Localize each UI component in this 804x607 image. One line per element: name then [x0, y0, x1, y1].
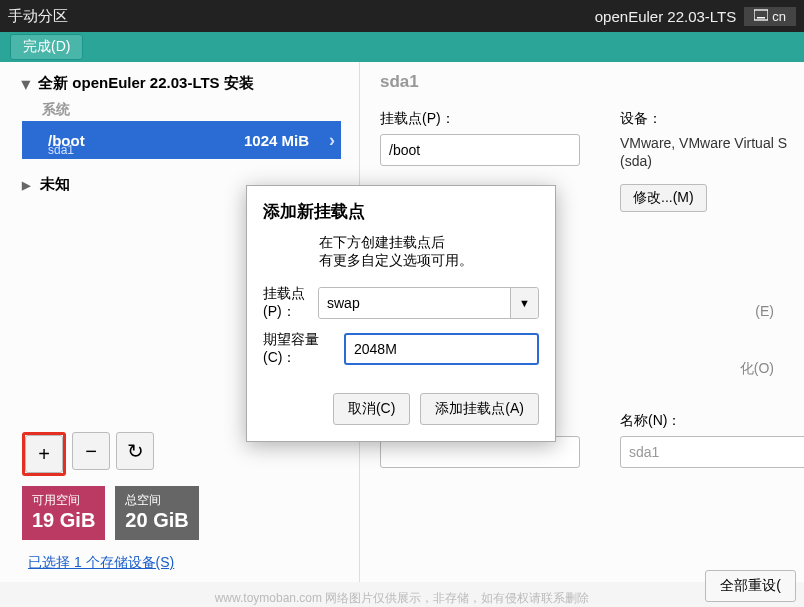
chevron-right-icon: ›	[329, 130, 335, 151]
device-label: 设备：	[620, 110, 788, 128]
action-bar: 完成(D)	[0, 32, 804, 62]
capacity-hint: (E)	[755, 303, 774, 319]
chevron-down-icon: ▶	[20, 81, 33, 89]
titlebar: 手动分区 openEuler 22.03-LTS cn	[0, 0, 804, 32]
detail-title: sda1	[380, 72, 788, 92]
mountpoint-label: 挂载点(P)：	[380, 110, 580, 128]
keyboard-indicator[interactable]: cn	[744, 7, 796, 26]
partition-size: 1024 MiB	[244, 132, 309, 149]
add-mountpoint-dialog: 添加新挂载点 在下方创建挂载点后有更多自定义选项可用。 挂载点(P)： ▼ 期望…	[246, 185, 556, 442]
remove-partition-button[interactable]: −	[72, 432, 110, 470]
format-hint: 化(O)	[740, 360, 774, 378]
os-name: openEuler 22.03-LTS	[595, 8, 736, 25]
dialog-capacity-label: 期望容量(C)：	[263, 331, 336, 367]
device-value: VMware, VMware Virtual S (sda)	[620, 134, 788, 170]
reload-icon: ↻	[127, 439, 144, 463]
name-input	[620, 436, 804, 468]
dialog-mount-combo[interactable]: ▼	[318, 287, 539, 319]
tree-install-heading[interactable]: ▶ 全新 openEuler 22.03-LTS 安装	[22, 70, 341, 97]
footer-watermark: www.toymoban.com 网络图片仅供展示，非存储，如有侵权请联系删除	[215, 590, 590, 607]
partition-device: sda1	[48, 143, 74, 157]
space-summary: 可用空间 19 GiB 总空间 20 GiB	[22, 486, 341, 540]
modify-device-button[interactable]: 修改...(M)	[620, 184, 707, 212]
chevron-down-icon: ▼	[519, 297, 530, 309]
name-label: 名称(N)：	[620, 412, 804, 430]
add-partition-button[interactable]: +	[25, 435, 63, 473]
dropdown-toggle[interactable]: ▼	[510, 288, 538, 318]
dialog-mount-input[interactable]	[319, 288, 510, 318]
window-title: 手动分区	[8, 7, 68, 26]
dialog-capacity-input[interactable]	[344, 333, 539, 365]
dialog-description: 在下方创建挂载点后有更多自定义选项可用。	[319, 233, 539, 269]
partition-row-boot[interactable]: /boot sda1 1024 MiB ›	[22, 121, 341, 159]
reset-all-button[interactable]: 全部重设(	[705, 570, 796, 602]
available-space: 可用空间 19 GiB	[22, 486, 105, 540]
dialog-title: 添加新挂载点	[263, 200, 539, 223]
chevron-right-icon: ▶	[22, 179, 30, 192]
selected-storage-link[interactable]: 已选择 1 个存储设备(S)	[22, 554, 341, 572]
add-mountpoint-button[interactable]: 添加挂载点(A)	[420, 393, 539, 425]
svg-rect-1	[757, 17, 765, 19]
done-button[interactable]: 完成(D)	[10, 34, 83, 60]
cancel-button[interactable]: 取消(C)	[333, 393, 410, 425]
reload-button[interactable]: ↻	[116, 432, 154, 470]
keyboard-icon	[754, 9, 768, 24]
dialog-mount-label: 挂载点(P)：	[263, 285, 310, 321]
total-space: 总空间 20 GiB	[115, 486, 198, 540]
mountpoint-input[interactable]	[380, 134, 580, 166]
tree-system-label: 系统	[22, 97, 341, 121]
